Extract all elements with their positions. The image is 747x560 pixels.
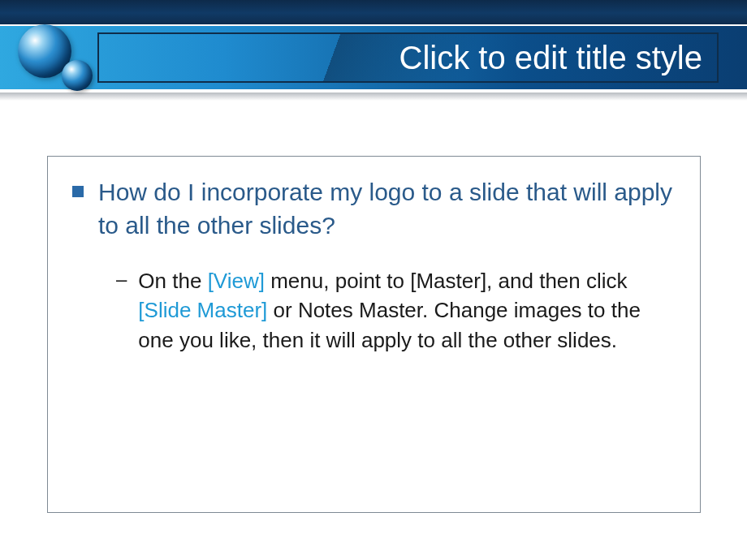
globe-small-icon [62, 60, 93, 91]
slide-title: Click to edit title style [399, 40, 702, 76]
answer-part2: menu, point to [Master], and then click [265, 269, 628, 293]
content-placeholder[interactable]: How do I incorporate my logo to a slide … [47, 156, 701, 513]
sub-bullet-text: On the [View] menu, point to [Master], a… [138, 266, 676, 355]
view-menu-link: [View] [208, 269, 265, 293]
bullet-item: How do I incorporate my logo to a slide … [72, 176, 676, 242]
title-placeholder[interactable]: Click to edit title style [97, 32, 719, 83]
slide-master-link: [Slide Master] [138, 298, 267, 322]
bullet-square-icon [72, 186, 84, 197]
logo-globes [8, 19, 97, 93]
bullet-question: How do I incorporate my logo to a slide … [98, 176, 676, 242]
header-shadow [0, 93, 747, 101]
sub-bullet-item: – On the [View] menu, point to [Master],… [116, 266, 676, 355]
top-strip [0, 0, 747, 26]
answer-part1: On the [138, 269, 207, 293]
dash-icon: – [116, 268, 127, 291]
